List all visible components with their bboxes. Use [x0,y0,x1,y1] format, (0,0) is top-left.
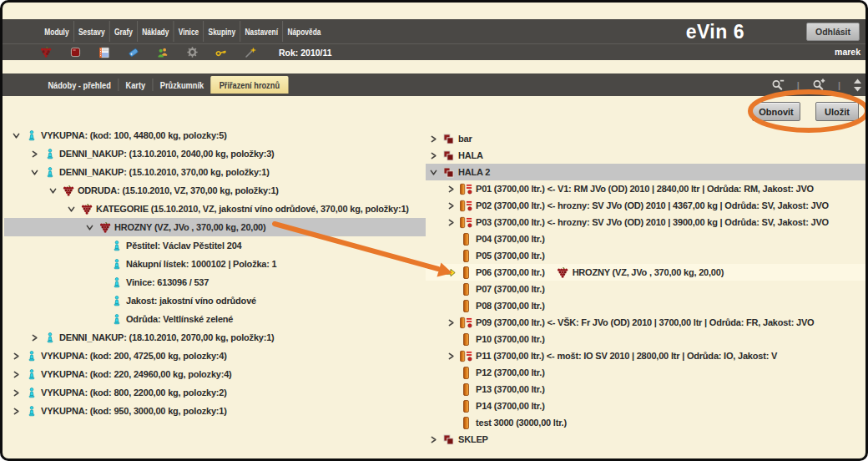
chevron-down-icon[interactable] [428,169,438,176]
tree-item[interactable]: DENNI_NAKUP: (18.10.2010, 2070,00 kg, po… [4,328,426,347]
tree-item[interactable]: P05 (3700,00 ltr.) [426,247,868,264]
tree-item-label: HALA [458,150,483,160]
vessel-icon [460,367,472,379]
menu-item-nastavení[interactable]: Nastavení [240,19,282,43]
tree-item[interactable]: KATEGORIE (15.10.2010, VZ, jakostní víno… [4,200,426,218]
tree-item[interactable]: Jakost: jakostní víno odrůdové [4,291,426,310]
tree-item[interactable]: Vinice: 613096 / 537 [4,273,426,291]
tree-item[interactable]: HALA 2 [426,164,868,180]
tree-item[interactable]: DENNI_NAKUP: (15.10.2010, 370,00 kg, pol… [4,163,426,181]
chevron-right-icon[interactable] [446,219,456,226]
tree-item[interactable]: P07 (3700,00 ltr.) [426,281,868,297]
chevron-right-icon[interactable] [11,371,21,378]
menu-item-nápověda[interactable]: Nápověda [283,19,326,43]
menu-bar: ModulySestavyGrafyNákladyViniceSkupinyNa… [3,19,865,43]
tree-item[interactable]: P09 (3700,00 ltr.) <- VŠK: Fr JVo (OD) 2… [426,314,868,331]
chevron-right-icon[interactable] [428,152,438,160]
notebook-icon[interactable] [98,46,110,58]
tree-item[interactable]: P02 (3700,00 ltr.) <- hrozny: SV JVo (OD… [426,197,868,214]
info-icon [43,149,56,160]
assigned-grapes: HROZNY (VZ, JVo , 370,00 kg, 20,00) [557,267,724,278]
tree-item[interactable]: Pěstitel: Václav Pěstitel 204 [4,236,426,255]
tree-item[interactable]: P01 (3700,00 ltr.) <- V1: RM JVo (OD) 20… [426,180,868,197]
logout-button[interactable]: Odhlásit [806,23,860,41]
tree-item[interactable]: bar [426,130,868,147]
tree-item-label: KATEGORIE (15.10.2010, VZ, jakostní víno… [96,204,409,214]
chevron-right-icon[interactable] [11,389,21,397]
menu-item-sestavy[interactable]: Sestavy [74,19,109,43]
chevron-right-icon[interactable] [446,319,456,327]
chevron-down-icon[interactable] [29,169,39,176]
tree-item[interactable]: VYKUPNA: (kod: 950, 3000,00 kg, polozky:… [4,402,426,420]
tree-item[interactable]: test 3000 (3000,00 ltr.) [426,414,868,431]
right-tree-panel: barHALAHALA 2P01 (3700,00 ltr.) <- V1: R… [426,130,868,448]
wand-icon[interactable] [245,46,256,58]
chevron-right-icon[interactable] [428,135,438,143]
refresh-button[interactable]: Obnovit [752,102,800,121]
group-icon [442,150,455,161]
key-icon[interactable] [215,46,227,58]
tree-item[interactable]: P10 (3700,00 ltr.) [426,331,868,347]
menu-item-moduly[interactable]: Moduly [40,19,73,43]
menu-item-náklady[interactable]: Náklady [138,19,174,43]
vessel-icon [460,333,472,346]
tree-item[interactable]: DENNI_NAKUP: (13.10.2010, 2040,00 kg, po… [4,144,426,163]
chevron-right-icon[interactable] [11,352,21,360]
tree-item[interactable]: P03 (3700,00 ltr.) <- hrozny: SV JVo (OD… [426,214,868,230]
grapes-icon[interactable] [40,46,52,58]
tree-item-label: VYKUPNA: (kod: 800, 2200,00 kg, polozky:… [41,388,227,398]
chevron-down-icon[interactable] [48,187,58,195]
tree-item[interactable]: HROZNY (VZ, JVo , 370,00 kg, 20,00) [4,218,426,236]
stop-icon[interactable] [69,46,81,58]
tree-item[interactable]: SKLEP [426,431,868,448]
tree-item[interactable]: HALA [426,147,868,164]
tab-n-doby-p-ehled[interactable]: Nádoby - přehled [41,73,118,96]
menu-item-skupiny[interactable]: Skupiny [204,19,240,43]
zoom-out-icon[interactable] [771,79,785,91]
chevron-right-icon[interactable] [446,352,456,360]
chevron-right-icon[interactable] [29,334,39,342]
tab-karty[interactable]: Karty [119,73,152,96]
tree-item-label: HROZNY (VZ, JVo , 370,00 kg, 20,00) [114,222,266,232]
tab-pr-zkumn-k[interactable]: Průzkumník [153,73,210,96]
gear-icon[interactable] [186,46,198,58]
tree-item[interactable]: P08 (3700,00 ltr.) [426,297,868,314]
tag-icon[interactable] [128,46,139,58]
chevron-right-icon[interactable] [446,185,456,193]
menu-item-vinice[interactable]: Vinice [174,19,203,43]
tree-item[interactable]: VYKUPNA: (kod: 220, 24960,00 kg, polozky… [4,365,426,383]
grape-icon [80,204,93,215]
tree-item[interactable]: P11 (3700,00 ltr.) <- mošt: IO SV 2010 |… [426,347,868,364]
users-icon[interactable] [157,46,169,58]
menu-item-grafy[interactable]: Grafy [110,19,137,43]
tree-item[interactable]: Nákupní lístek: 1000102 | Položka: 1 [4,255,426,273]
tree-item[interactable]: P12 (3700,00 ltr.) [426,364,868,381]
tab-p-i-azen-hrozn-[interactable]: Přiřazení hroznů [211,76,289,94]
tree-item[interactable]: P04 (3700,00 ltr.) [426,230,868,247]
chevron-down-icon[interactable] [84,224,94,231]
chevron-down-icon[interactable] [11,132,21,139]
tree-item[interactable]: P06 (3700,00 ltr.)HROZNY (VZ, JVo , 370,… [426,264,868,281]
tree-item[interactable]: ODRUDA: (15.10.2010, VZ, 370,00 kg, polo… [4,181,426,200]
chevron-right-icon[interactable] [446,202,456,210]
tree-item[interactable]: VYKUPNA: (kod: 200, 4725,00 kg, polozky:… [4,347,426,365]
tree-item[interactable]: Odrůda: Veltlínské zelené [4,310,426,328]
zoom-in-icon[interactable] [812,79,825,91]
tree-item-label: VYKUPNA: (kod: 950, 3000,00 kg, polozky:… [41,406,227,416]
chevron-down-icon[interactable] [66,205,76,213]
toolbar-icons [40,46,274,58]
tree-item-label: P12 (3700,00 ltr.) [476,367,545,377]
grape-icon [557,267,569,278]
tree-item[interactable]: VYKUPNA: (kod: 800, 2200,00 kg, polozky:… [4,383,426,402]
tab-tools: || [771,73,862,96]
chevron-right-icon[interactable] [29,150,39,158]
chevron-right-icon[interactable] [428,436,438,443]
chevron-right-icon[interactable] [11,408,21,415]
tree-item[interactable]: P14 (3700,00 ltr.) [426,398,868,414]
tree-item[interactable]: VYKUPNA: (kod: 100, 4480,00 kg, polozky:… [4,126,426,144]
updown-icon[interactable] [853,79,862,92]
save-button[interactable]: Uložit [815,102,859,121]
tree-item[interactable]: P13 (3700,00 ltr.) [426,381,868,398]
tree-item-label: P13 (3700,00 ltr.) [476,384,545,394]
assigned-grapes-label: HROZNY (VZ, JVo , 370,00 kg, 20,00) [573,267,724,277]
